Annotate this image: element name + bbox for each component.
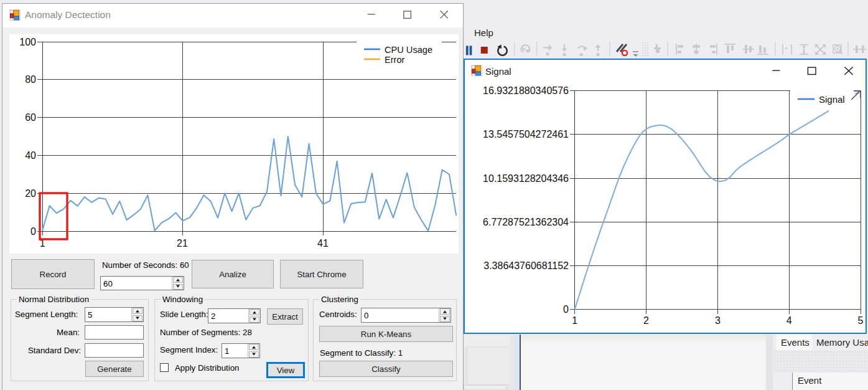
svg-text:100: 100 <box>19 37 36 47</box>
svg-text:*: * <box>785 45 788 54</box>
svg-text:6.77287521362304: 6.77287521362304 <box>483 217 569 227</box>
svg-text:5: 5 <box>858 315 864 326</box>
svg-text:0: 0 <box>30 226 36 237</box>
svg-text:20: 20 <box>25 188 36 199</box>
svg-text:CPU Usage: CPU Usage <box>385 45 432 55</box>
svg-text:0: 0 <box>563 304 569 315</box>
svg-text:3.38643760681152: 3.38643760681152 <box>483 260 569 271</box>
svg-text:3: 3 <box>715 315 721 326</box>
svg-text:16.9321880340576: 16.9321880340576 <box>483 85 569 96</box>
svg-text:Error: Error <box>385 55 405 65</box>
svg-text:4: 4 <box>786 315 792 326</box>
svg-text:13.5457504272461: 13.5457504272461 <box>483 129 569 140</box>
svg-text:21: 21 <box>177 238 188 249</box>
svg-text:2: 2 <box>643 315 649 326</box>
svg-text:40: 40 <box>25 150 36 161</box>
svg-text:41: 41 <box>317 238 329 249</box>
svg-text:80: 80 <box>25 74 36 85</box>
svg-text:Signal: Signal <box>819 94 845 105</box>
svg-text:60: 60 <box>25 112 36 123</box>
svg-text:10.1593128204346: 10.1593128204346 <box>483 173 569 184</box>
svg-text:1: 1 <box>572 315 577 326</box>
